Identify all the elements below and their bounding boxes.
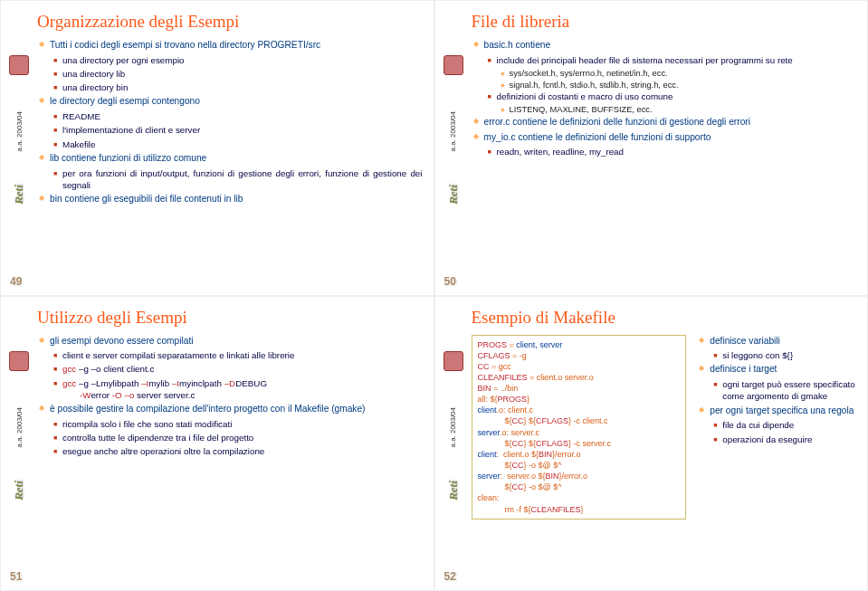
year-label: a.a. 2003/04 bbox=[449, 111, 457, 151]
side-rail: a.a. 2003/04 Reti bbox=[439, 351, 468, 584]
bullet: README bbox=[53, 110, 423, 122]
bullet: ogni target può essere specificato come … bbox=[713, 378, 856, 402]
bullet: una directory lib bbox=[53, 68, 423, 80]
bullet: client e server compilati separatamente … bbox=[53, 349, 423, 361]
bullet: my_io.c contiene le definizioni delle fu… bbox=[473, 131, 857, 144]
bullet: gli esempi devono essere compilati bbox=[39, 335, 423, 348]
slide-content: Tutti i codici degli esempi si trovano n… bbox=[37, 39, 423, 205]
crest-icon bbox=[444, 351, 463, 371]
bullet: ricompila solo i file che sono stati mod… bbox=[53, 418, 423, 430]
bullet: definizioni di costanti e macro di uso c… bbox=[488, 91, 857, 102]
bullet: è possibile gestire la compilazione dell… bbox=[39, 403, 423, 415]
bullet: sys/socket.h, sys/errno.h, netinet/in.h,… bbox=[501, 68, 857, 80]
bullet: una directory bin bbox=[53, 81, 423, 93]
slide-title: Esempio di Makefile bbox=[472, 308, 857, 328]
bullet: Tutti i codici degli esempi si trovano n… bbox=[39, 39, 423, 52]
slide-title: Utilizzo degli Esempi bbox=[37, 308, 423, 328]
slide-content: gli esempi devono essere compilati clien… bbox=[37, 335, 423, 458]
side-rail: a.a. 2003/04 Reti bbox=[439, 55, 468, 288]
slide-49: a.a. 2003/04 Reti 49 Organizzazione degl… bbox=[0, 0, 434, 296]
bullet: le directory degli esempi contengono bbox=[39, 95, 423, 108]
bullet: esegue anche altre operazioni oltre la c… bbox=[53, 445, 423, 457]
bullet: l'implementazione di client e server bbox=[53, 124, 423, 136]
page-number: 51 bbox=[10, 570, 22, 583]
bullet: lib contiene funzioni di utilizzo comune bbox=[39, 152, 423, 165]
crest-icon bbox=[9, 55, 29, 75]
bullet: readn, writen, readline, my_read bbox=[488, 146, 857, 157]
brand-label: Reti bbox=[12, 481, 26, 500]
bullet: basic.h contiene bbox=[473, 39, 857, 52]
slide-52: a.a. 2003/04 Reti 52 Esempio di Makefile… bbox=[434, 296, 869, 592]
slide-content: basic.h contiene include dei principali … bbox=[472, 39, 857, 158]
bullet: per ogni target specifica una regola bbox=[699, 405, 856, 417]
page-number: 52 bbox=[444, 570, 456, 583]
bullet: gcc –g –o client client.c bbox=[53, 363, 423, 375]
bullet: file da cui dipende bbox=[713, 419, 856, 431]
slide-50: a.a. 2003/04 Reti 50 File di libreria ba… bbox=[434, 0, 869, 296]
crest-icon bbox=[444, 55, 463, 75]
year-label: a.a. 2003/04 bbox=[449, 407, 457, 447]
bullet: include dei principali header file di si… bbox=[488, 54, 857, 66]
bullet: bin contiene gli eseguibili dei file con… bbox=[39, 193, 423, 205]
side-rail: a.a. 2003/04 Reti bbox=[5, 55, 33, 288]
bullet: si leggono con ${} bbox=[713, 349, 856, 361]
bullet: signal.h, fcntl.h, stdio.h, stdlib.h, st… bbox=[501, 80, 857, 91]
bullet: definisce variabili bbox=[699, 335, 856, 348]
brand-label: Reti bbox=[445, 186, 460, 205]
bullet: operazioni da eseguire bbox=[713, 434, 856, 445]
brand-label: Reti bbox=[12, 186, 26, 205]
page-number: 49 bbox=[10, 275, 22, 288]
bullet: Makefile bbox=[53, 138, 423, 150]
bullet: una directory per ogni esempio bbox=[53, 54, 423, 66]
slide-title: Organizzazione degli Esempi bbox=[37, 12, 423, 32]
bullet: gcc –g –Lmylibpath –Imylib –Imyinclpath … bbox=[53, 377, 423, 401]
year-label: a.a. 2003/04 bbox=[15, 407, 24, 447]
bullet: definisce i target bbox=[699, 363, 856, 376]
bullet: LISTENQ, MAXLINE, BUFFSIZE, ecc. bbox=[501, 104, 857, 116]
makefile-code: PROGS = client, server CFLAGS = -g CC = … bbox=[472, 335, 687, 520]
crest-icon bbox=[9, 351, 29, 371]
slide-content: PROGS = client, server CFLAGS = -g CC = … bbox=[472, 335, 857, 520]
brand-label: Reti bbox=[445, 481, 460, 500]
slide-51: a.a. 2003/04 Reti 51 Utilizzo degli Esem… bbox=[0, 296, 434, 592]
bullet: error.c contiene le definizioni delle fu… bbox=[473, 116, 857, 129]
slide-title: File di libreria bbox=[472, 12, 857, 32]
bullet: per ora funzioni di input/output, funzio… bbox=[53, 167, 423, 191]
side-rail: a.a. 2003/04 Reti bbox=[5, 351, 33, 584]
bullet: controlla tutte le dipendenze tra i file… bbox=[53, 432, 423, 443]
year-label: a.a. 2003/04 bbox=[15, 111, 24, 151]
page-number: 50 bbox=[444, 275, 456, 288]
